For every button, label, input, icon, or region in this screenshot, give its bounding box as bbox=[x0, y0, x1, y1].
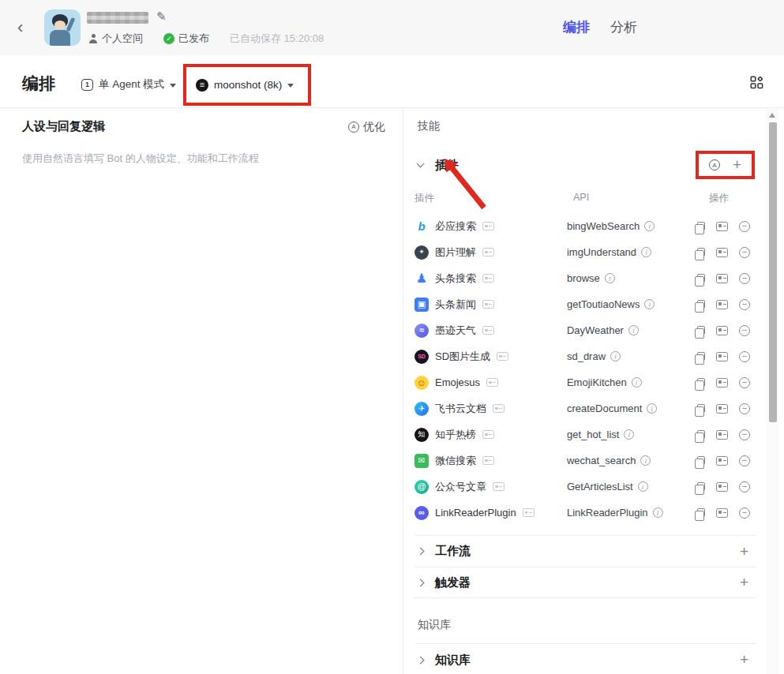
card-binding-icon[interactable] bbox=[486, 378, 498, 387]
card-binding-icon[interactable] bbox=[482, 274, 494, 283]
copy-icon[interactable] bbox=[697, 430, 705, 439]
copy-icon[interactable] bbox=[697, 352, 705, 361]
info-icon[interactable]: i bbox=[640, 455, 651, 466]
plugins-title[interactable]: 插件 bbox=[435, 158, 459, 173]
card-icon[interactable] bbox=[716, 352, 728, 361]
card-icon[interactable] bbox=[716, 482, 728, 492]
section-knowledge[interactable]: 知识库 + bbox=[415, 643, 756, 674]
info-icon[interactable]: i bbox=[632, 377, 642, 388]
remove-icon[interactable]: − bbox=[739, 351, 750, 362]
chevron-down-icon[interactable] bbox=[417, 160, 425, 168]
plugin-row[interactable]: 知 知乎热榜 get_hot_list i − bbox=[415, 421, 756, 447]
card-icon[interactable] bbox=[716, 248, 728, 257]
add-workflow-button[interactable]: + bbox=[740, 546, 748, 557]
plugin-row[interactable]: ∞ LinkReaderPlugin LinkReaderPlugin i − bbox=[415, 500, 756, 526]
copy-icon[interactable] bbox=[697, 378, 705, 387]
card-binding-icon[interactable] bbox=[523, 508, 535, 517]
copy-icon[interactable] bbox=[697, 222, 705, 230]
info-icon[interactable]: i bbox=[644, 299, 655, 309]
moji-weather-icon: ≈ bbox=[415, 324, 429, 338]
plugin-row[interactable]: SD SD图片生成 sd_draw i − bbox=[415, 343, 756, 369]
plugin-row[interactable]: @ 公众号文章 GetArticlesList i − bbox=[415, 474, 756, 500]
remove-icon[interactable]: − bbox=[739, 299, 750, 310]
persona-placeholder[interactable]: 使用自然语言填写 Bot 的人物设定、功能和工作流程 bbox=[0, 134, 403, 166]
card-binding-icon[interactable] bbox=[482, 248, 494, 256]
add-trigger-button[interactable]: + bbox=[740, 577, 748, 588]
copy-icon[interactable] bbox=[697, 300, 705, 309]
back-button[interactable]: ‹ bbox=[17, 17, 23, 38]
apps-gear-icon[interactable] bbox=[750, 76, 763, 92]
card-binding-icon[interactable] bbox=[482, 300, 494, 309]
info-icon[interactable]: i bbox=[644, 221, 655, 231]
card-icon[interactable] bbox=[716, 326, 728, 335]
section-trigger[interactable]: 触发器 + bbox=[415, 567, 756, 598]
agent-mode-dropdown[interactable]: 1 单 Agent 模式 bbox=[81, 77, 176, 92]
info-icon[interactable]: i bbox=[653, 507, 663, 518]
card-binding-icon[interactable] bbox=[493, 404, 505, 413]
copy-icon[interactable] bbox=[697, 274, 705, 283]
card-icon[interactable] bbox=[716, 274, 728, 283]
plugin-row[interactable]: ✦ 图片理解 imgUnderstand i − bbox=[415, 239, 756, 265]
info-icon[interactable]: i bbox=[641, 247, 651, 257]
plugin-row[interactable]: ≈ 墨迹天气 DayWeather i − bbox=[415, 317, 756, 343]
card-binding-icon[interactable] bbox=[482, 222, 494, 230]
card-icon[interactable] bbox=[716, 508, 728, 518]
info-icon[interactable]: i bbox=[647, 403, 657, 414]
card-icon[interactable] bbox=[716, 430, 728, 440]
card-icon[interactable] bbox=[716, 300, 728, 309]
card-binding-icon[interactable] bbox=[497, 352, 508, 361]
plugin-row[interactable]: ▣ 头条新闻 getToutiaoNews i − bbox=[415, 291, 756, 317]
plugin-row[interactable]: ✈ 飞书云文档 createDocument i − bbox=[415, 395, 756, 421]
remove-icon[interactable]: − bbox=[739, 455, 750, 466]
remove-icon[interactable]: − bbox=[739, 429, 750, 440]
info-icon[interactable]: i bbox=[628, 325, 639, 335]
remove-icon[interactable]: − bbox=[739, 221, 750, 232]
copy-icon[interactable] bbox=[697, 482, 705, 491]
info-icon[interactable]: i bbox=[638, 481, 648, 492]
card-binding-icon[interactable] bbox=[482, 430, 494, 439]
remove-icon[interactable]: − bbox=[739, 377, 750, 388]
section-title: 知识库 bbox=[435, 653, 471, 668]
remove-icon[interactable]: − bbox=[739, 507, 750, 519]
plugin-row[interactable]: ♟ 头条搜索 browse i − bbox=[415, 265, 756, 291]
section-workflow[interactable]: 工作流 + bbox=[415, 535, 756, 567]
remove-icon[interactable]: − bbox=[739, 481, 750, 492]
plugin-name: 微信搜索 bbox=[435, 454, 476, 468]
optimize-button[interactable]: A 优化 bbox=[348, 120, 385, 134]
remove-icon[interactable]: − bbox=[739, 247, 750, 258]
scrollbar-up-icon[interactable] bbox=[769, 113, 775, 118]
copy-icon[interactable] bbox=[697, 508, 705, 517]
model-selector-dropdown[interactable]: ≡ moonshot (8k) bbox=[196, 79, 294, 92]
info-icon[interactable]: i bbox=[605, 273, 615, 283]
plugin-row[interactable]: b 必应搜索 bingWebSearch i − bbox=[415, 213, 756, 239]
scrollbar-thumb[interactable] bbox=[769, 122, 777, 422]
auto-add-plugin-icon[interactable]: A bbox=[709, 159, 720, 170]
tab-orchestrate[interactable]: 编排 bbox=[563, 18, 590, 36]
scrollbar[interactable] bbox=[767, 108, 778, 674]
card-binding-icon[interactable] bbox=[493, 482, 505, 491]
card-icon[interactable] bbox=[716, 378, 728, 388]
model-label: moonshot (8k) bbox=[214, 79, 282, 91]
workspace-icon bbox=[88, 34, 98, 43]
plugin-row[interactable]: ☺ Emojesus EmojiKitchen i − bbox=[415, 369, 756, 395]
edit-name-icon[interactable]: ✎ bbox=[156, 9, 167, 24]
remove-icon[interactable]: − bbox=[739, 273, 750, 284]
add-knowledge-button[interactable]: + bbox=[740, 654, 748, 665]
copy-icon[interactable] bbox=[697, 404, 705, 413]
copy-icon[interactable] bbox=[697, 248, 705, 256]
info-icon[interactable]: i bbox=[624, 429, 634, 440]
remove-icon[interactable]: − bbox=[739, 403, 750, 414]
card-binding-icon[interactable] bbox=[482, 456, 494, 465]
card-binding-icon[interactable] bbox=[482, 326, 494, 335]
plugin-row[interactable]: ✉ 微信搜索 wechat_search i − bbox=[415, 447, 756, 474]
plugin-api-name: GetArticlesList bbox=[567, 481, 633, 492]
info-icon[interactable]: i bbox=[610, 351, 621, 361]
card-icon[interactable] bbox=[716, 404, 728, 414]
card-icon[interactable] bbox=[716, 456, 728, 466]
copy-icon[interactable] bbox=[697, 326, 705, 335]
copy-icon[interactable] bbox=[697, 456, 705, 465]
tab-analyze[interactable]: 分析 bbox=[610, 18, 637, 36]
add-plugin-button[interactable]: + bbox=[733, 159, 741, 170]
remove-icon[interactable]: − bbox=[739, 325, 750, 336]
card-icon[interactable] bbox=[716, 222, 728, 231]
